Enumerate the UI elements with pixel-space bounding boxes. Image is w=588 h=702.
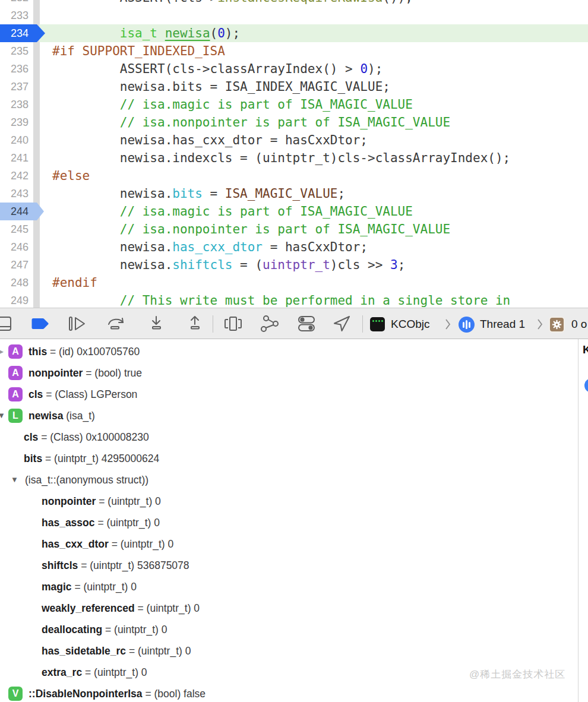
code-text[interactable]	[39, 7, 588, 24]
variable-row-newisa[interactable]: ▼Lnewisa (isa_t)	[0, 405, 578, 426]
thread-icon[interactable]	[459, 317, 475, 333]
variable-row-has_sidetable_rc[interactable]: has_sidetable_rc = (uintptr_t) 0	[0, 640, 578, 662]
code-text[interactable]: #if SUPPORT_INDEXED_ISA	[39, 42, 588, 60]
disclosure-collapsed-icon[interactable]: ▶	[0, 341, 4, 362]
hide-debug-area-button[interactable]	[0, 308, 14, 339]
variable-row-has_assoc[interactable]: has_assoc = (uintptr_t) 0	[0, 512, 578, 533]
stack-frame-icon[interactable]	[550, 318, 564, 331]
breakpoints-toggle-button[interactable]	[30, 308, 51, 339]
line-number[interactable]: 245	[0, 220, 45, 238]
code-text[interactable]: newisa.indexcls = (uintptr_t)cls->classA…	[39, 149, 588, 167]
line-number[interactable]: 235	[0, 42, 45, 60]
variable-row-cls[interactable]: cls = (Class) 0x100008230	[0, 426, 578, 448]
code-text[interactable]: #endif	[39, 274, 588, 292]
code-text[interactable]: // isa.nonpointer is part of ISA_MAGIC_V…	[39, 220, 588, 238]
code-line-245[interactable]: 245 // isa.nonpointer is part of ISA_MAG…	[0, 220, 588, 238]
code-line-233[interactable]: 233	[0, 7, 588, 24]
jumpbar-frame[interactable]: 0 o	[571, 308, 587, 340]
variable-row-shiftcls[interactable]: shiftcls = (uintptr_t) 536875078	[0, 555, 578, 576]
view-hierarchy-button[interactable]	[221, 308, 245, 339]
variable-kind-badge-A: A	[8, 387, 23, 401]
variable-row-nonpointer[interactable]: nonpointer = (uintptr_t) 0	[0, 491, 578, 512]
line-number[interactable]: 237	[0, 78, 45, 96]
debug-pane-splitter[interactable]	[578, 339, 578, 702]
disclosure-expanded-icon[interactable]: ▼	[11, 469, 18, 491]
variable-row-magic[interactable]: magic = (uintptr_t) 0	[0, 576, 578, 597]
line-number[interactable]: 242	[0, 167, 45, 185]
disclosure-expanded-icon[interactable]: ▼	[0, 405, 5, 426]
line-number[interactable]: 243	[0, 185, 45, 203]
simulate-location-button[interactable]	[330, 308, 354, 339]
variable-text: newisa (isa_t)	[29, 405, 95, 426]
line-number[interactable]: 249	[0, 292, 45, 308]
code-line-239[interactable]: 239 // isa.nonpointer is part of ISA_MAG…	[0, 113, 588, 131]
code-text[interactable]: ASSERT(!cls->instancesRequireRawIsa());	[39, 0, 588, 7]
memory-graph-icon	[260, 315, 280, 333]
line-number[interactable]: 238	[0, 96, 45, 113]
line-number[interactable]: 239	[0, 113, 45, 131]
continue-button[interactable]	[65, 308, 88, 339]
code-text[interactable]: ASSERT(cls->classArrayIndex() > 0);	[39, 60, 588, 78]
code-line-232[interactable]: 232 ASSERT(!cls->instancesRequireRawIsa(…	[0, 0, 588, 7]
code-line-238[interactable]: 238 // isa.magic is part of ISA_MAGIC_VA…	[0, 96, 588, 113]
line-number[interactable]: 241	[0, 149, 45, 167]
code-line-247[interactable]: 247 newisa.shiftcls = (uintptr_t)cls >> …	[0, 256, 588, 274]
variable-text: shiftcls = (uintptr_t) 536875078	[42, 555, 189, 576]
code-line-243[interactable]: 243 newisa.bits = ISA_MAGIC_VALUE;	[0, 185, 588, 203]
xcode-debug-window: 232 ASSERT(!cls->instancesRequireRawIsa(…	[0, 0, 588, 702]
line-number[interactable]: 232	[0, 0, 45, 7]
code-line-237[interactable]: 237 newisa.bits = ISA_INDEX_MAGIC_VALUE;	[0, 78, 588, 96]
variable-row-anonymous-struct[interactable]: ▼(isa_t::(anonymous struct))	[0, 469, 578, 491]
line-number[interactable]: 233	[0, 7, 45, 24]
code-text[interactable]: newisa.bits = ISA_INDEX_MAGIC_VALUE;	[39, 78, 588, 96]
jumpbar-process[interactable]: KCObjc	[391, 308, 429, 340]
line-number[interactable]: 246	[0, 238, 45, 256]
variable-row-::DisableNonpointerIsa[interactable]: V::DisableNonpointerIsa = (bool) false	[0, 683, 578, 702]
code-line-244[interactable]: 244 // isa.magic is part of ISA_MAGIC_VA…	[0, 203, 588, 220]
environment-overrides-button[interactable]	[295, 308, 318, 339]
breakpoint-arrow-icon	[31, 318, 49, 330]
jumpbar-thread[interactable]: Thread 1	[480, 308, 525, 340]
line-number[interactable]: 236	[0, 60, 45, 78]
variable-row-bits[interactable]: bits = (uintptr_t) 4295000624	[0, 448, 578, 469]
variable-row-nonpointer[interactable]: Anonpointer = (bool) true	[0, 362, 578, 384]
code-text[interactable]: newisa.bits = ISA_MAGIC_VALUE;	[39, 185, 588, 203]
process-app-icon[interactable]	[370, 317, 385, 331]
code-line-249[interactable]: 249 // This write must be performed in a…	[0, 292, 588, 308]
code-text[interactable]: newisa.has_cxx_dtor = hasCxxDtor;	[39, 131, 588, 149]
variable-row-this[interactable]: ▶Athis = (id) 0x100705760	[0, 341, 578, 362]
code-text[interactable]: newisa.has_cxx_dtor = hasCxxDtor;	[39, 238, 588, 256]
code-text[interactable]: // isa.magic is part of ISA_MAGIC_VALUE	[39, 203, 588, 220]
frame-pointer-line-number[interactable]: 244	[0, 203, 45, 220]
code-line-240[interactable]: 240 newisa.has_cxx_dtor = hasCxxDtor;	[0, 131, 588, 149]
code-text[interactable]: newisa.shiftcls = (uintptr_t)cls >> 3;	[39, 256, 588, 274]
variable-text: this = (id) 0x100705760	[29, 341, 140, 362]
variable-row-has_cxx_dtor[interactable]: has_cxx_dtor = (uintptr_t) 0	[0, 533, 578, 555]
code-line-241[interactable]: 241 newisa.indexcls = (uintptr_t)cls->cl…	[0, 149, 588, 167]
step-into-button[interactable]	[146, 308, 167, 339]
toolbar-separator	[362, 315, 363, 333]
step-out-button[interactable]	[184, 308, 206, 339]
code-line-246[interactable]: 246 newisa.has_cxx_dtor = hasCxxDtor;	[0, 238, 588, 256]
variable-row-deallocating[interactable]: deallocating = (uintptr_t) 0	[0, 619, 578, 640]
code-text[interactable]: // isa.nonpointer is part of ISA_MAGIC_V…	[39, 113, 588, 131]
line-number[interactable]: 240	[0, 131, 45, 149]
variable-row-cls[interactable]: Acls = (Class) LGPerson	[0, 384, 578, 405]
code-line-234[interactable]: 234 isa_t newisa(0);	[0, 24, 588, 42]
step-over-button[interactable]	[105, 308, 129, 339]
line-number[interactable]: 247	[0, 256, 45, 274]
code-text[interactable]: // isa.magic is part of ISA_MAGIC_VALUE	[39, 96, 588, 113]
line-number[interactable]: 248	[0, 274, 45, 292]
variable-row-weakly_referenced[interactable]: weakly_referenced = (uintptr_t) 0	[0, 597, 578, 619]
code-text[interactable]: isa_t newisa(0);	[39, 24, 588, 42]
code-line-236[interactable]: 236 ASSERT(cls->classArrayIndex() > 0);	[0, 60, 588, 78]
code-text[interactable]: // This write must be performed in a sin…	[39, 292, 588, 308]
code-line-248[interactable]: 248#endif	[0, 274, 588, 292]
code-line-235[interactable]: 235#if SUPPORT_INDEXED_ISA	[0, 42, 588, 60]
source-editor[interactable]: 232 ASSERT(!cls->instancesRequireRawIsa(…	[0, 0, 588, 308]
code-line-242[interactable]: 242#else	[0, 167, 588, 185]
memory-graph-button[interactable]	[258, 308, 282, 339]
execution-pointer-line-number[interactable]: 234	[0, 24, 45, 42]
step-over-icon	[106, 315, 128, 332]
code-text[interactable]: #else	[39, 167, 588, 185]
